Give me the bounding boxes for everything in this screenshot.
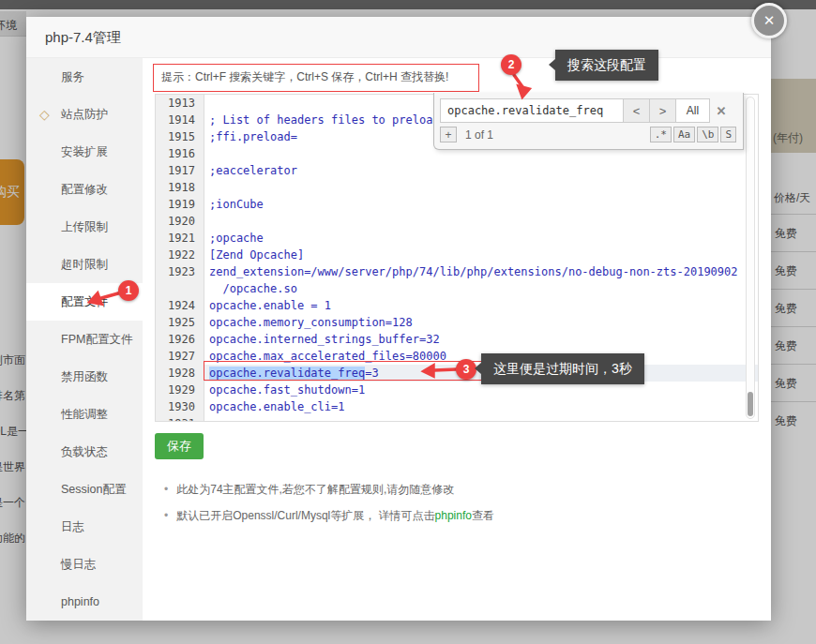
code-line: 1924opcache.enable = 1 bbox=[156, 297, 758, 314]
line-number: 1917 bbox=[156, 162, 204, 179]
editor-scrollbar[interactable] bbox=[746, 97, 755, 419]
step-3-badge: 3 bbox=[456, 359, 476, 380]
sidebar-item-日志[interactable]: 日志 bbox=[26, 508, 143, 546]
code-text: opcache.enable_cli=1 bbox=[204, 398, 758, 415]
toggle-replace-button[interactable]: + bbox=[440, 127, 457, 142]
word-toggle[interactable]: \b bbox=[697, 127, 718, 142]
code-text: opcache.enable = 1 bbox=[204, 297, 758, 314]
sidebar-item-站点防护[interactable]: ◇站点防护 bbox=[26, 96, 143, 133]
sidebar-item-禁用函数[interactable]: 禁用函数 bbox=[26, 358, 143, 396]
code-text: ;eaccelerator bbox=[204, 162, 758, 179]
search-row: < > All ✕ bbox=[434, 93, 743, 126]
sidebar-item-配置修改[interactable]: 配置修改 bbox=[26, 171, 143, 208]
code-line: /opcache.so bbox=[156, 280, 758, 297]
sidebar-item-label: 服务 bbox=[61, 70, 84, 83]
sidebar-item-label: phpinfo bbox=[61, 595, 99, 608]
sidebar-item-label: 配置文件 bbox=[61, 295, 108, 308]
sidebar-item-label: 配置修改 bbox=[61, 183, 108, 196]
sidebar-item-label: 上传限制 bbox=[61, 220, 108, 233]
line-number: 1922 bbox=[156, 247, 204, 263]
line-number: 1921 bbox=[156, 230, 204, 247]
sidebar-item-服务[interactable]: 服务 bbox=[26, 58, 143, 96]
gem-icon: ◇ bbox=[39, 96, 50, 133]
sidebar-item-安装扩展[interactable]: 安装扩展 bbox=[26, 133, 143, 171]
sidebar-item-负载状态[interactable]: 负载状态 bbox=[26, 433, 143, 471]
step-2-tooltip: 搜索这段配置 bbox=[555, 50, 658, 81]
sidebar-item-label: 性能调整 bbox=[61, 408, 108, 421]
sidebar-item-label: 站点防护 bbox=[61, 108, 108, 121]
line-number: 1931 bbox=[156, 415, 204, 422]
regex-toggle[interactable]: .* bbox=[650, 127, 672, 142]
sidebar-item-phpinfo[interactable]: phpinfo bbox=[26, 583, 143, 621]
code-line: 1926opcache.interned_strings_buffer=32 bbox=[156, 331, 758, 348]
sidebar-item-Session配置[interactable]: Session配置 bbox=[26, 471, 143, 508]
code-line: 1931 bbox=[156, 415, 758, 422]
code-line: 1930opcache.enable_cli=1 bbox=[156, 398, 758, 415]
note-text: 默认已开启Openssl/Curl/Mysql等扩展， 详情可点击 bbox=[176, 509, 434, 522]
sidebar: 服务◇站点防护安装扩展配置修改上传限制超时限制配置文件FPM配置文件禁用函数性能… bbox=[26, 58, 143, 621]
sidebar-item-label: 负载状态 bbox=[61, 445, 108, 458]
close-button[interactable]: ✕ bbox=[751, 3, 787, 38]
find-all-button[interactable]: All bbox=[675, 98, 710, 123]
bullet-icon: • bbox=[164, 483, 168, 496]
close-icon: ✕ bbox=[763, 12, 776, 28]
code-line: 1925opcache.memory_consumption=128 bbox=[156, 314, 758, 331]
line-number: 1918 bbox=[156, 179, 204, 196]
note-text: 此处为74主配置文件,若您不了解配置规则,请勿随意修改 bbox=[176, 483, 454, 496]
case-toggle[interactable]: Aa bbox=[673, 127, 695, 142]
dialog-title: php-7.4管理 bbox=[45, 17, 121, 58]
sidebar-item-性能调整[interactable]: 性能调整 bbox=[26, 396, 143, 433]
sidebar-item-label: 慢日志 bbox=[61, 558, 97, 571]
line-number: 1925 bbox=[156, 314, 204, 331]
phpinfo-link[interactable]: phpinfo bbox=[435, 509, 472, 522]
step-2-badge: 2 bbox=[501, 54, 521, 75]
code-text: [Zend Opcache] bbox=[204, 247, 758, 263]
line-number: 1920 bbox=[156, 213, 204, 230]
code-text bbox=[204, 415, 758, 422]
line-number: 1919 bbox=[156, 196, 204, 213]
sidebar-item-label: 日志 bbox=[61, 520, 84, 533]
code-line: 1929opcache.fast_shutdown=1 bbox=[156, 382, 758, 398]
sidebar-item-FPM配置文件[interactable]: FPM配置文件 bbox=[26, 321, 143, 358]
search-close-icon[interactable]: ✕ bbox=[710, 98, 733, 123]
note-line: •此处为74主配置文件,若您不了解配置规则,请勿随意修改 bbox=[164, 482, 454, 498]
sidebar-item-label: 禁用函数 bbox=[61, 370, 108, 383]
code-text: ;opcache bbox=[204, 230, 758, 247]
match-counter: 1 of 1 bbox=[465, 128, 648, 142]
line-number: 1913 bbox=[156, 95, 204, 112]
line-number: 1930 bbox=[156, 398, 204, 415]
line-number: 1924 bbox=[156, 297, 204, 314]
sidebar-item-label: FPM配置文件 bbox=[61, 333, 132, 346]
code-line: 1921;opcache bbox=[156, 230, 758, 247]
code-line: 1923zend_extension=/www/server/php/74/li… bbox=[156, 263, 758, 280]
line-number: 1926 bbox=[156, 331, 204, 348]
php-manage-dialog: php-7.4管理 服务◇站点防护安装扩展配置修改上传限制超时限制配置文件FPM… bbox=[26, 17, 771, 621]
line-number bbox=[156, 280, 204, 297]
note-text: 查看 bbox=[472, 509, 494, 522]
code-text: opcache.memory_consumption=128 bbox=[204, 314, 758, 331]
code-line: 1920 bbox=[156, 213, 758, 230]
sidebar-item-label: Session配置 bbox=[61, 483, 126, 496]
line-number: 1927 bbox=[156, 348, 204, 365]
line-number: 1914 bbox=[156, 112, 204, 128]
sidebar-item-超时限制[interactable]: 超时限制 bbox=[26, 246, 143, 283]
save-button[interactable]: 保存 bbox=[155, 433, 204, 459]
find-next-button[interactable]: > bbox=[649, 98, 676, 123]
code-line: 1918 bbox=[156, 179, 758, 196]
find-prev-button[interactable]: < bbox=[623, 98, 650, 123]
sidebar-item-上传限制[interactable]: 上传限制 bbox=[26, 208, 143, 246]
selection-toggle[interactable]: S bbox=[720, 127, 736, 142]
search-input[interactable] bbox=[440, 98, 624, 123]
note-line: •默认已开启Openssl/Curl/Mysql等扩展， 详情可点击phpinf… bbox=[164, 508, 494, 524]
line-number: 1923 bbox=[156, 263, 204, 280]
dialog-header: php-7.4管理 bbox=[26, 17, 771, 58]
code-line: 1919;ionCube bbox=[156, 196, 758, 213]
sidebar-item-慢日志[interactable]: 慢日志 bbox=[26, 546, 143, 583]
bullet-icon: • bbox=[164, 509, 168, 522]
screen: 环境 购买 到市面排名第QL是一是世界是一个功能的 (年付) 价格/天 免费免费… bbox=[0, 0, 816, 644]
code-text bbox=[204, 213, 758, 230]
scrollbar-thumb[interactable] bbox=[748, 392, 753, 416]
search-options-row: + 1 of 1 .* Aa \b S bbox=[434, 126, 743, 142]
code-text: /opcache.so bbox=[204, 280, 758, 297]
line-number: 1928 bbox=[156, 365, 204, 382]
